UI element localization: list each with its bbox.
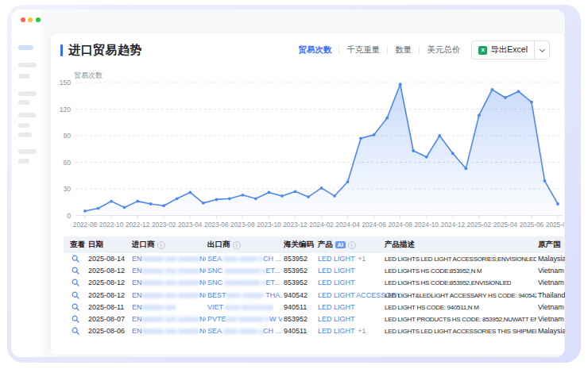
svg-text:2023-02: 2023-02 xyxy=(152,221,176,229)
tab-separator xyxy=(338,46,339,54)
sidebar-item[interactable] xyxy=(18,63,37,67)
export-excel-button[interactable]: 导出Excel xyxy=(472,41,534,59)
view-row-button[interactable] xyxy=(72,255,79,264)
view-row-button[interactable] xyxy=(72,279,79,288)
cell-origin: Vietnam xyxy=(538,265,564,277)
view-row-button[interactable] xyxy=(72,291,79,301)
svg-text:2024-06: 2024-06 xyxy=(362,221,386,229)
col-header-exporter: 出口商i xyxy=(207,236,241,253)
view-row-button[interactable] xyxy=(72,327,79,336)
svg-text:2024-08: 2024-08 xyxy=(388,221,412,229)
redacted-text: xxx xxxxxxx x xyxy=(226,315,270,323)
product-link[interactable]: LED LIGHT xyxy=(318,315,355,323)
sidebar-item[interactable] xyxy=(18,113,36,117)
view-row-button[interactable] xyxy=(72,315,79,325)
cell-importer-link[interactable]: ENxxxxxx xxx xxxxxxNG L... xyxy=(132,290,206,302)
product-link[interactable]: LED LIGHT xyxy=(318,303,355,311)
svg-text:2022-10: 2022-10 xyxy=(99,221,124,229)
cell-product: LED LIGHT xyxy=(318,265,355,277)
product-link[interactable]: LED LIGHT xyxy=(318,255,355,263)
metric-tab-2[interactable]: 数量 xyxy=(395,44,412,56)
cell-description: LED LIGHTS HS CODE:853952,N M xyxy=(385,265,482,277)
cell-importer-link[interactable]: ENxxxxxx xxx xxxxxxNG L... xyxy=(132,277,206,289)
svg-text:2024-12: 2024-12 xyxy=(441,221,466,229)
sidebar-item[interactable] xyxy=(18,159,29,163)
cell-product: LED LIGHT xyxy=(318,313,355,325)
sidebar-item[interactable] xyxy=(18,100,29,105)
cell-description: LED LIGHT PRODUCTS HS CODE: 853952,NUWAT… xyxy=(385,313,536,325)
chevron-down-icon xyxy=(539,46,544,52)
export-dropdown-button[interactable] xyxy=(534,41,549,59)
magnifier-icon xyxy=(72,279,79,286)
cell-exporter-link[interactable]: SEA xxxx xxxxx xCH ... xyxy=(207,253,281,265)
sidebar-item[interactable] xyxy=(18,74,30,79)
cell-importer-link[interactable]: ENxxxxxx xxx xyxy=(132,302,176,313)
traffic-light-maximize[interactable] xyxy=(36,17,41,22)
cell-exporter-link[interactable]: BESTxxxx xxxxxx THA... xyxy=(207,290,282,302)
magnifier-icon xyxy=(72,327,79,335)
ai-badge: AI xyxy=(335,241,346,249)
sidebar-item[interactable] xyxy=(18,133,32,137)
redacted-text: xxxxxx xxx xxxxxx xyxy=(142,315,200,323)
svg-text:2024-04: 2024-04 xyxy=(335,221,360,229)
extra-count: +1 xyxy=(358,327,366,335)
cell-description: LED LIGHTS LED LIGHT ACCESSORIES,ENVISIO… xyxy=(385,253,536,265)
redacted-text: xxxx xxxxxx xyxy=(226,291,266,299)
magnifier-icon xyxy=(72,255,79,263)
svg-text:30: 30 xyxy=(64,185,72,193)
cell-exporter-link[interactable]: PVTExxx xxxxxxx xW VI... xyxy=(207,313,282,325)
cell-product: LED LIGHT xyxy=(318,277,355,289)
view-row-button[interactable] xyxy=(72,303,79,313)
magnifier-icon xyxy=(72,291,79,299)
metric-tab-1[interactable]: 千克重量 xyxy=(346,44,380,56)
cell-product: LED LIGHT+1 xyxy=(318,253,366,265)
cell-exporter-link[interactable]: VIET xxxx xxxxxxxxx xyxy=(207,302,273,313)
table-body: 2025-08-14ENxxxxxx xxx xxxxxxNG L...SEA … xyxy=(64,253,564,337)
cell-origin: Malaysia xyxy=(538,325,565,337)
table-row: 2025-08-14ENxxxxxx xxx xxxxxxNG L...SEA … xyxy=(64,253,564,265)
metric-tab-0[interactable]: 贸易次数 xyxy=(298,44,331,56)
svg-text:2023-12: 2023-12 xyxy=(283,221,308,229)
title-accent-bar xyxy=(60,44,63,56)
col-header-product: 产品AIi xyxy=(318,236,356,253)
main-area: 进口贸易趋势 贸易次数千克重量数量美元总价 导出Excel xyxy=(44,10,565,357)
sidebar-item-active[interactable] xyxy=(18,45,33,50)
col-header-hs-code: 海关编码 xyxy=(284,236,314,253)
product-link[interactable]: LED LIGHT xyxy=(318,279,355,286)
col-header-view: 查看 xyxy=(70,236,85,253)
svg-text:2022-08: 2022-08 xyxy=(73,221,98,229)
cell-exporter-link[interactable]: SNC xxxxxxxxxx xET... xyxy=(207,277,280,289)
svg-text:0: 0 xyxy=(67,212,71,220)
cell-product: LED LIGHT xyxy=(318,302,355,313)
table-row: 2025-08-11ENxxxxxx xxxVIET xxxx xxxxxxxx… xyxy=(64,302,564,313)
metric-tabs: 贸易次数千克重量数量美元总价 xyxy=(298,44,460,56)
cell-origin: Thailand xyxy=(538,290,565,302)
cell-importer-link[interactable]: ENxxxxxx xxx xxxxxxNG L... xyxy=(132,313,206,325)
cell-date: 2025-08-11 xyxy=(88,302,124,313)
cell-product: LED LIGHT+1 xyxy=(318,325,366,337)
svg-text:2023-06: 2023-06 xyxy=(204,221,229,229)
info-icon[interactable]: i xyxy=(157,241,165,249)
sidebar-item[interactable] xyxy=(18,149,37,154)
cell-exporter-link[interactable]: SEA xxxx xxxxx xCH ... xyxy=(207,325,281,337)
product-link[interactable]: LED LIGHT xyxy=(318,327,355,335)
sidebar-item[interactable] xyxy=(18,91,37,96)
view-row-button[interactable] xyxy=(72,267,79,276)
cell-date: 2025-08-12 xyxy=(88,277,125,289)
cell-hs-code: 940511 xyxy=(284,302,307,313)
magnifier-icon xyxy=(72,315,79,323)
cell-importer-link[interactable]: ENxxxxxx xxx xxxxxxNG L... xyxy=(132,253,206,265)
cell-importer-link[interactable]: ENxxxxxx xxx xxxxxxNG L... xyxy=(132,325,206,337)
redacted-text: xxxxxx xxx xxxxxx xyxy=(142,255,200,263)
metric-tab-3[interactable]: 美元总价 xyxy=(427,44,460,56)
info-icon[interactable]: i xyxy=(233,241,241,249)
sidebar-item[interactable] xyxy=(18,123,29,128)
svg-text:2025-06: 2025-06 xyxy=(520,221,544,229)
info-icon[interactable]: i xyxy=(348,241,356,249)
svg-text:2024-10: 2024-10 xyxy=(414,221,439,229)
traffic-light-minimize[interactable] xyxy=(28,17,33,22)
traffic-light-close[interactable] xyxy=(21,17,25,22)
cell-exporter-link[interactable]: SNC xxxxxxxxxx xET... xyxy=(207,265,280,277)
product-link[interactable]: LED LIGHT xyxy=(318,267,355,275)
cell-importer-link[interactable]: ENxxxxxx xxx xxxxxxNG L... xyxy=(132,265,206,277)
